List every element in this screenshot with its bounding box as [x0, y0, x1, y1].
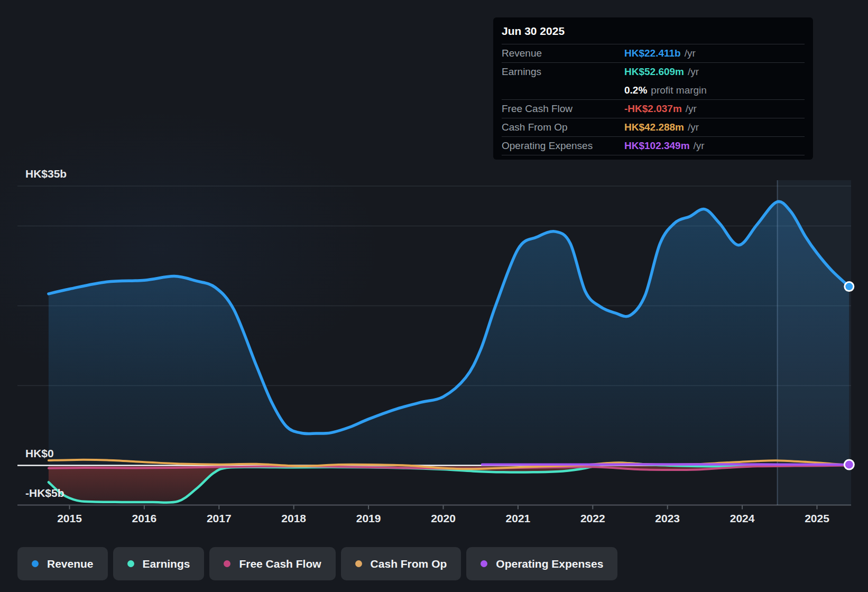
- operating-expenses-legend-dot-icon: [481, 560, 487, 567]
- tooltip-row-free-cash-flow: Free Cash Flow-HK$2.037m/yr: [502, 100, 805, 118]
- x-tick-label-2021: 2021: [506, 512, 531, 524]
- operating-expenses-end-dot: [844, 460, 854, 469]
- y-axis-label-HK0: HK$0: [25, 447, 54, 459]
- operating-expenses-line: [482, 464, 849, 465]
- tooltip-row-suffix: /yr: [686, 103, 697, 115]
- tooltip-row-suffix: /yr: [694, 140, 705, 152]
- x-tick-label-2025: 2025: [805, 512, 829, 524]
- tooltip-row-label: Operating Expenses: [502, 140, 624, 152]
- tooltip-row-earnings: EarningsHK$52.609m/yr: [502, 63, 805, 81]
- tooltip-row-value: HK$102.349m: [624, 140, 690, 152]
- tooltip-row-label: Earnings: [502, 66, 624, 78]
- legend-item-label: Free Cash Flow: [239, 558, 321, 570]
- legend-item-free-cash-flow[interactable]: Free Cash Flow: [209, 547, 335, 580]
- x-tick-label-2019: 2019: [356, 512, 381, 524]
- x-tick-label-2020: 2020: [431, 512, 456, 524]
- tooltip-date: Jun 30 2025: [502, 17, 805, 44]
- tooltip-row-suffix: /yr: [685, 48, 696, 59]
- revenue-end-dot: [845, 282, 854, 291]
- x-tick-label-2017: 2017: [207, 512, 232, 524]
- tooltip-rows: RevenueHK$22.411b/yrEarningsHK$52.609m/y…: [502, 44, 805, 155]
- tooltip-row-label: Revenue: [502, 48, 624, 59]
- legend-item-label: Earnings: [143, 558, 190, 570]
- chart-legend: RevenueEarningsFree Cash FlowCash From O…: [17, 547, 617, 580]
- legend-item-label: Revenue: [47, 558, 94, 570]
- earnings-legend-dot-icon: [127, 560, 134, 567]
- legend-item-revenue[interactable]: Revenue: [17, 547, 108, 580]
- tooltip-row-suffix: profit margin: [651, 85, 707, 96]
- x-tick-label-2018: 2018: [281, 512, 306, 524]
- legend-item-label: Cash From Op: [371, 558, 447, 570]
- legend-item-cash-from-op[interactable]: Cash From Op: [341, 547, 461, 580]
- tooltip-row-operating-expenses: Operating ExpensesHK$102.349m/yr: [502, 137, 805, 155]
- legend-item-operating-expenses[interactable]: Operating Expenses: [466, 547, 617, 580]
- y-axis-label-HK35b: HK$35b: [25, 168, 67, 180]
- chart-tooltip: Jun 30 2025 RevenueHK$22.411b/yrEarnings…: [493, 17, 813, 160]
- y-axis-label--HK5b: -HK$5b: [25, 487, 64, 499]
- tooltip-row-value: HK$52.609m: [624, 66, 684, 78]
- tooltip-row-suffix: /yr: [688, 66, 699, 78]
- tooltip-row-value: 0.2%: [624, 85, 647, 96]
- tooltip-row-suffix: /yr: [688, 122, 699, 133]
- tooltip-row-revenue: RevenueHK$22.411b/yr: [502, 44, 805, 63]
- ttm-region-overlay: [778, 180, 851, 505]
- tooltip-row-value: HK$42.288m: [624, 122, 684, 133]
- legend-item-label: Operating Expenses: [496, 558, 603, 570]
- free-cash-flow-legend-dot-icon: [224, 560, 230, 567]
- revenue-legend-dot-icon: [32, 560, 39, 567]
- tooltip-row-label: Free Cash Flow: [502, 103, 624, 115]
- tooltip-row-cash-from-op: Cash From OpHK$42.288m/yr: [502, 118, 805, 137]
- x-tick-label-2024: 2024: [730, 512, 755, 524]
- financials-growth-chart-page: 2015201620172018201920202021202220232024…: [0, 0, 868, 592]
- tooltip-row-value: -HK$2.037m: [624, 103, 682, 115]
- tooltip-row-value: HK$22.411b: [624, 48, 681, 59]
- x-tick-label-2022: 2022: [580, 512, 605, 524]
- legend-item-earnings[interactable]: Earnings: [113, 547, 205, 580]
- negative-earnings-area: [49, 466, 849, 503]
- x-tick-label-2016: 2016: [132, 512, 157, 524]
- tooltip-row-profit-margin: 0.2%profit margin: [502, 81, 805, 100]
- x-tick-label-2015: 2015: [57, 512, 82, 524]
- cash-from-op-legend-dot-icon: [355, 560, 362, 567]
- tooltip-row-label: Cash From Op: [502, 122, 624, 133]
- x-tick-label-2023: 2023: [655, 512, 680, 524]
